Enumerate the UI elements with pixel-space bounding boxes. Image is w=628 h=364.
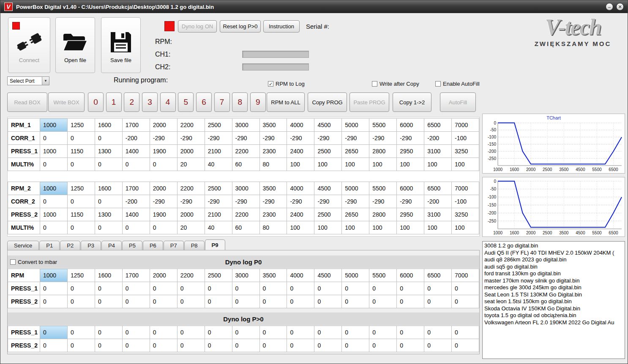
value-cell[interactable]: -200	[122, 195, 150, 208]
value-cell[interactable]: 0	[397, 282, 424, 295]
value-cell[interactable]: 20	[177, 158, 205, 171]
value-cell[interactable]: 1000	[40, 182, 68, 195]
value-cell[interactable]: 0	[232, 326, 259, 339]
value-cell[interactable]: -200	[122, 132, 150, 145]
value-cell[interactable]: 0	[40, 195, 68, 208]
digit-button-4[interactable]: 4	[160, 92, 176, 112]
close-button[interactable]: ✕	[616, 3, 624, 11]
value-cell[interactable]: 0	[424, 326, 452, 339]
tab-p1[interactable]: P1	[39, 241, 60, 250]
value-cell[interactable]: 0	[369, 326, 397, 339]
value-cell[interactable]: -290	[342, 132, 369, 145]
rpm-to-all-button[interactable]: RPM to ALL	[267, 92, 305, 112]
value-cell[interactable]: 0	[150, 158, 177, 171]
value-cell[interactable]: 0	[452, 282, 479, 295]
value-cell[interactable]: 0	[259, 339, 287, 352]
value-cell[interactable]: 4000	[287, 182, 314, 195]
value-cell[interactable]: 3250	[452, 145, 479, 158]
value-cell[interactable]: 0	[150, 326, 177, 339]
value-cell[interactable]: -290	[259, 132, 287, 145]
value-cell[interactable]: 0	[95, 295, 122, 308]
value-cell[interactable]: 60	[232, 221, 259, 234]
value-cell[interactable]: 2800	[369, 145, 397, 158]
value-cell[interactable]: 6500	[424, 182, 452, 195]
value-cell[interactable]: 4500	[314, 119, 342, 132]
value-cell[interactable]: 0	[95, 326, 122, 339]
value-cell[interactable]: 80	[259, 158, 287, 171]
value-cell[interactable]: 0	[67, 282, 95, 295]
value-cell[interactable]: 0	[122, 339, 150, 352]
value-cell[interactable]: 1700	[122, 269, 150, 282]
reset-log-button[interactable]: Reset log P>0	[220, 20, 261, 33]
value-cell[interactable]: 1000	[40, 119, 68, 132]
value-cell[interactable]: 2950	[397, 145, 424, 158]
value-cell[interactable]: 2500	[314, 145, 342, 158]
tab-p5[interactable]: P5	[122, 241, 142, 250]
value-cell[interactable]: 1300	[95, 145, 122, 158]
value-cell[interactable]: 1000	[40, 269, 68, 282]
value-cell[interactable]: 0	[95, 221, 122, 234]
file-item[interactable]: audi sq5 go digital.bin	[484, 263, 623, 271]
value-cell[interactable]: 2650	[342, 145, 369, 158]
value-cell[interactable]: -100	[452, 195, 479, 208]
value-cell[interactable]: 0	[397, 295, 424, 308]
read-box-button[interactable]: Read BOX	[7, 92, 47, 112]
value-cell[interactable]: 1300	[95, 208, 122, 221]
digit-button-8[interactable]: 8	[232, 92, 248, 112]
value-cell[interactable]: 100	[314, 158, 342, 171]
file-item[interactable]: Skoda Octavia IV 150KM Go Digital.bin	[484, 305, 623, 312]
value-cell[interactable]: 0	[232, 339, 259, 352]
value-cell[interactable]: 0	[205, 282, 232, 295]
file-item[interactable]: Volkswagen Arteon FL 2.0 190KM 2022 Go D…	[484, 319, 623, 326]
value-cell[interactable]: -290	[397, 132, 424, 145]
value-cell[interactable]: 3500	[259, 182, 287, 195]
chevron-down-icon[interactable]: ▼	[42, 77, 49, 85]
checkbox-box[interactable]: ✓	[268, 81, 273, 87]
value-cell[interactable]: 0	[232, 282, 259, 295]
value-cell[interactable]: 0	[424, 282, 452, 295]
file-item[interactable]: mercedes gle 300d 245km go digital.bin	[484, 284, 623, 291]
value-cell[interactable]: 0	[122, 282, 150, 295]
connect-button[interactable]: Connect	[8, 17, 50, 73]
value-cell[interactable]: 0	[259, 326, 287, 339]
file-item[interactable]: Audi Q5 II (FY FL) 40 TDI MHEV 2.0 150kW…	[484, 250, 623, 257]
value-cell[interactable]: 2000	[177, 208, 205, 221]
value-cell[interactable]: 5500	[369, 269, 397, 282]
checkbox-box[interactable]	[372, 81, 377, 87]
value-cell[interactable]: 0	[314, 326, 342, 339]
value-cell[interactable]: 0	[314, 339, 342, 352]
value-cell[interactable]: 2300	[259, 145, 287, 158]
value-cell[interactable]: 0	[67, 195, 95, 208]
value-cell[interactable]: 0	[342, 326, 369, 339]
value-cell[interactable]: 6000	[397, 182, 424, 195]
value-cell[interactable]: 0	[95, 339, 122, 352]
value-cell[interactable]: 0	[177, 326, 205, 339]
value-cell[interactable]: 0	[259, 295, 287, 308]
value-cell[interactable]: 2200	[232, 145, 259, 158]
value-cell[interactable]: 1000	[40, 145, 68, 158]
value-cell[interactable]: 0	[40, 158, 68, 171]
value-cell[interactable]: 6500	[424, 119, 452, 132]
value-cell[interactable]: -290	[232, 132, 259, 145]
digit-button-0[interactable]: 0	[88, 92, 104, 112]
value-cell[interactable]: 2100	[205, 145, 232, 158]
value-cell[interactable]: -290	[314, 132, 342, 145]
value-cell[interactable]: 0	[287, 282, 314, 295]
value-cell[interactable]: 4000	[287, 119, 314, 132]
value-cell[interactable]: 100	[314, 221, 342, 234]
value-cell[interactable]: -200	[424, 132, 452, 145]
value-cell[interactable]: 0	[177, 282, 205, 295]
value-cell[interactable]: 100	[452, 158, 479, 171]
value-cell[interactable]: 0	[150, 339, 177, 352]
value-cell[interactable]: 7000	[452, 182, 479, 195]
value-cell[interactable]: 40	[205, 221, 232, 234]
value-cell[interactable]: 40	[205, 158, 232, 171]
value-cell[interactable]: 0	[95, 158, 122, 171]
value-cell[interactable]: 0	[397, 339, 424, 352]
value-cell[interactable]: 20	[177, 221, 205, 234]
value-cell[interactable]: -290	[287, 195, 314, 208]
file-item[interactable]: seat leon 1.5tsi 150km go digital.bin	[484, 298, 623, 305]
autofill-button[interactable]: AutoFill	[440, 92, 476, 112]
value-cell[interactable]: 1250	[67, 269, 95, 282]
value-cell[interactable]: 0	[205, 326, 232, 339]
